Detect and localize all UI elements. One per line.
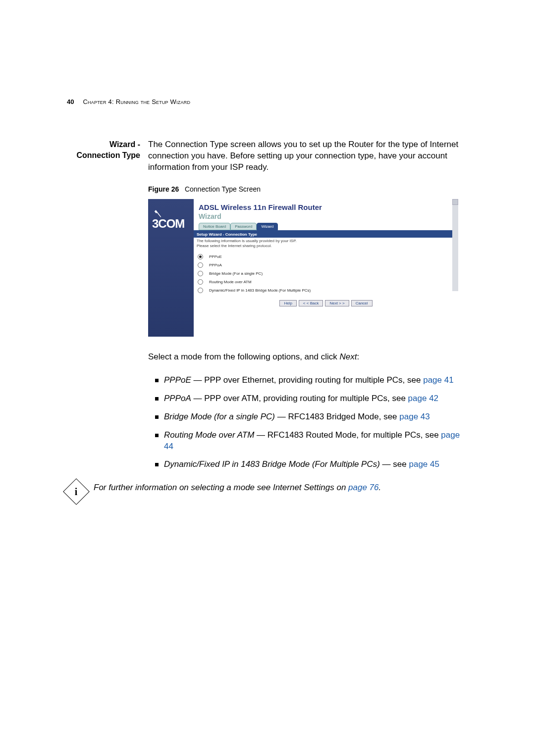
chapter-title: Chapter 4: Running the Setup Wizard	[83, 98, 190, 105]
help-button[interactable]: Help	[279, 300, 296, 306]
radio-icon	[198, 271, 203, 276]
section-row: Wizard - Connection Type The Connection …	[67, 139, 468, 479]
wizard-panel: Setup Wizard - Connection Type The follo…	[194, 230, 458, 306]
screenshot-main: ADSL Wireless 11n Firewall Router Wizard…	[194, 199, 458, 337]
page-link[interactable]: page 76	[348, 483, 378, 492]
radio-label: PPPoE	[209, 254, 222, 259]
cancel-button[interactable]: Cancel	[351, 300, 373, 306]
running-head: 40 Chapter 4: Running the Setup Wizard	[67, 98, 468, 105]
screenshot: ܢ 3COM ADSL Wireless 11n Firewall Router…	[148, 199, 458, 337]
page-link[interactable]: page 41	[423, 375, 453, 385]
body-column: The Connection Type screen allows you to…	[148, 139, 468, 479]
radio-dynamic-ip[interactable]: Dynamic/Fixed IP in 1483 Bridge Mode (Fo…	[194, 288, 458, 296]
tab-notice-board[interactable]: Notice Board	[199, 223, 230, 230]
next-button[interactable]: Next > >	[325, 300, 349, 306]
panel-description: The following information is usually pro…	[194, 238, 458, 254]
tab-wizard[interactable]: Wizard	[257, 223, 278, 230]
vendor-brand: 3COM	[152, 217, 184, 231]
panel-title-bar: Setup Wizard - Connection Type	[194, 231, 458, 238]
list-item: Routing Mode over ATM — RFC1483 Routed M…	[155, 430, 468, 453]
radio-icon	[198, 288, 203, 293]
router-title: ADSL Wireless 11n Firewall Router	[194, 199, 458, 211]
page-link[interactable]: page 45	[409, 459, 439, 469]
info-text: For further information on selecting a m…	[94, 482, 381, 494]
radio-pppoe[interactable]: PPPoE	[194, 254, 458, 262]
back-button[interactable]: < < Back	[299, 300, 323, 306]
radio-label: Routing Mode over ATM	[209, 280, 252, 284]
radio-label: PPPoA	[209, 263, 222, 267]
radio-label: Bridge Mode (For a single PC)	[209, 271, 263, 276]
page-number: 40	[67, 98, 74, 105]
list-item: Bridge Mode (for a single PC) — RFC1483 …	[155, 411, 468, 423]
side-heading: Wizard - Connection Type	[67, 139, 140, 479]
info-icon: i	[63, 479, 90, 505]
page-link[interactable]: page 43	[399, 412, 429, 421]
figure-label: Figure 26 Connection Type Screen	[148, 185, 468, 193]
list-item: Dynamic/Fixed IP in 1483 Bridge Mode (Fo…	[155, 459, 468, 470]
scrollbar-track[interactable]	[452, 199, 458, 291]
list-item: PPPoA — PPP over ATM, providing routing …	[155, 393, 468, 404]
intro-paragraph: The Connection Type screen allows you to…	[148, 139, 468, 173]
select-paragraph: Select a mode from the following options…	[148, 352, 468, 363]
tab-password[interactable]: Password	[230, 223, 257, 230]
info-note: i For further information on selecting a…	[67, 482, 468, 501]
page-link[interactable]: page 42	[408, 394, 438, 403]
radio-bridge[interactable]: Bridge Mode (For a single PC)	[194, 271, 458, 279]
vendor-logo-icon: ܢ	[153, 202, 160, 217]
figure-number: Figure 26	[148, 185, 179, 193]
screenshot-sidebar: ܢ 3COM	[148, 199, 194, 337]
figure-caption: Connection Type Screen	[185, 185, 261, 193]
radio-icon	[198, 254, 203, 259]
options-list: PPPoE — PPP over Ethernet, providing rou…	[148, 375, 468, 471]
radio-icon	[198, 279, 203, 285]
list-item: PPPoE — PPP over Ethernet, providing rou…	[155, 375, 468, 386]
wizard-subtitle: Wizard	[194, 211, 458, 220]
page-content: 40 Chapter 4: Running the Setup Wizard W…	[67, 98, 468, 501]
scroll-up-button[interactable]	[452, 199, 458, 205]
radio-icon	[198, 262, 203, 268]
radio-routing-atm[interactable]: Routing Mode over ATM	[194, 279, 458, 288]
wizard-button-row: Help < < Back Next > > Cancel	[194, 296, 458, 306]
radio-label: Dynamic/Fixed IP in 1483 Bridge Mode (Fo…	[209, 288, 311, 293]
tab-strip: Notice Board Password Wizard	[199, 222, 453, 230]
radio-pppoa[interactable]: PPPoA	[194, 262, 458, 271]
